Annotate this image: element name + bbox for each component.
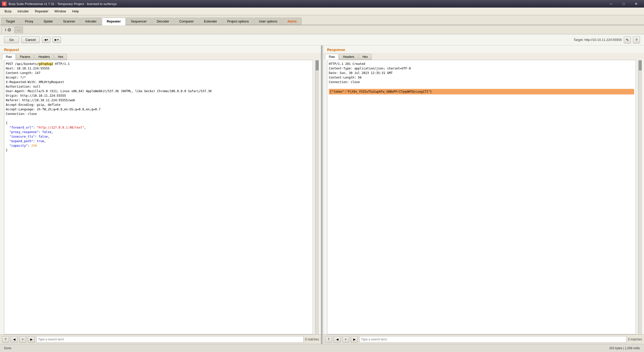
tab-proxy[interactable]: Proxy [20, 18, 38, 25]
response-search-next-button[interactable]: ▶ [351, 336, 358, 343]
request-scrollbar-thumb[interactable] [316, 60, 319, 70]
request-highlight: g4tqdug2 [39, 62, 53, 66]
sub-tab-more[interactable]: ... [15, 26, 23, 33]
response-search-matches: 0 matches [628, 338, 642, 341]
request-search-next-button[interactable]: ▶ [28, 336, 35, 343]
content-area: Request Raw Params Headers Hex POST /api… [0, 45, 644, 344]
request-search-prev-button[interactable]: ◀ [11, 336, 18, 343]
maximize-button[interactable]: □ [618, 0, 629, 8]
tab-spider[interactable]: Spider [39, 18, 58, 25]
window-controls[interactable]: ─ □ ✕ [605, 0, 642, 8]
main-tabs: Target Proxy Spider Scanner Intruder Rep… [0, 15, 644, 25]
edit-icon: ✎ [626, 38, 629, 42]
prev-arrow-icon: ◀ [44, 38, 46, 41]
window-title: Burp Suite Professional v1.7.31 - Tempor… [9, 2, 117, 6]
request-search-add-button[interactable]: + [19, 336, 26, 343]
request-tab-raw[interactable]: Raw [2, 54, 16, 60]
sub-tab-1[interactable]: 1 ✕ [2, 26, 14, 33]
json-key-forward: "forward_url" [9, 126, 33, 129]
prev-dropdown-icon: ▾ [47, 38, 48, 41]
menu-repeater[interactable]: Repeater [32, 8, 51, 14]
response-search-input[interactable] [359, 336, 627, 343]
target-label: Target: http://10.10.11.224:55555 [573, 38, 622, 42]
close-button[interactable]: ✕ [630, 0, 642, 8]
json-val-tls: false [39, 135, 48, 138]
tab-intruder[interactable]: Intruder [80, 18, 101, 25]
request-panel: Request Raw Params Headers Hex POST /api… [0, 45, 321, 344]
response-body: HTTP/1.1 201 Created Content-Type: appli… [329, 62, 634, 94]
response-token-highlight: {"token":"PjX9v_Y5ZSuTSuCwpkFw_G8BoPFrI7… [329, 89, 634, 94]
next-nav-button[interactable]: ▶ ▾ [52, 37, 61, 43]
tab-decoder[interactable]: Decoder [152, 18, 174, 25]
next-dropdown-icon: ▾ [57, 38, 59, 41]
response-search-add-button[interactable]: + [342, 336, 349, 343]
response-content[interactable]: HTTP/1.1 201 Created Content-Type: appli… [327, 60, 636, 334]
request-search-bar: ? ◀ + ▶ 0 matches [0, 334, 321, 344]
json-key-proxy: "proxy_response" [9, 130, 39, 134]
request-content-wrapper: POST /api/baskets/g4tqdug2 HTTP/1.1 Host… [2, 60, 319, 334]
request-tabs: Raw Params Headers Hex [0, 53, 321, 60]
request-tab-headers[interactable]: Headers [35, 54, 53, 60]
request-title: Request [0, 45, 321, 53]
status-left: Done [4, 346, 11, 350]
app-icon: S [2, 2, 7, 6]
response-scrollbar-thumb[interactable] [639, 60, 642, 70]
go-button[interactable]: Go [4, 36, 19, 43]
tab-scanner[interactable]: Scanner [58, 18, 80, 25]
request-search-matches: 0 matches [305, 338, 319, 341]
tab-extender[interactable]: Extender [199, 18, 222, 25]
minimize-button[interactable]: ─ [605, 0, 617, 8]
response-tab-headers[interactable]: Headers [339, 54, 358, 60]
response-search-help-button[interactable]: ? [325, 336, 332, 343]
menu-help[interactable]: Help [70, 8, 81, 14]
json-key-expand: "expand_path" [9, 139, 33, 143]
menu-intruder[interactable]: Intruder [15, 8, 31, 14]
json-val-proxy: false [42, 130, 51, 134]
response-tab-raw[interactable]: Raw [325, 54, 339, 60]
json-key-capacity: "capacity" [9, 144, 27, 147]
request-tab-hex[interactable]: Hex [54, 54, 67, 60]
title-bar: S Burp Suite Professional v1.7.31 - Temp… [0, 0, 644, 8]
response-panel: Response Raw Headers Hex HTTP/1.1 201 Cr… [323, 45, 644, 344]
request-search-help-button[interactable]: ? [2, 336, 9, 343]
tab-user-options[interactable]: User options [254, 18, 282, 25]
tab-target[interactable]: Target [1, 18, 20, 25]
response-tabs: Raw Headers Hex [323, 53, 644, 60]
response-search-bar: ? ◀ + ▶ 0 matches [323, 334, 644, 344]
sub-tabs: 1 ✕ ... [0, 25, 644, 34]
response-scrollbar[interactable] [638, 60, 642, 334]
request-search-input[interactable] [36, 336, 304, 343]
target-edit-button[interactable]: ✎ [624, 36, 631, 43]
target-help-button[interactable]: ? [633, 36, 640, 43]
request-scrollbar[interactable] [315, 60, 319, 334]
menu-window[interactable]: Window [52, 8, 69, 14]
response-search-prev-button[interactable]: ◀ [334, 336, 341, 343]
help-icon: ? [635, 38, 637, 42]
json-val-expand: true [37, 139, 44, 143]
status-bar: Done 203 bytes | 1,058 millis [0, 344, 644, 352]
request-content[interactable]: POST /api/baskets/g4tqdug2 HTTP/1.1 Host… [4, 60, 313, 334]
toolbar: Go Cancel ◀ ▾ ▶ ▾ Target: http://10.10.1… [0, 34, 644, 45]
request-tab-params[interactable]: Params [16, 54, 34, 60]
tab-repeater[interactable]: Repeater [102, 18, 126, 25]
menu-burp[interactable]: Burp [2, 8, 14, 14]
sub-tab-close-1[interactable]: ✕ [8, 28, 11, 32]
menu-bar: Burp Intruder Repeater Window Help [0, 8, 644, 15]
cancel-button[interactable]: Cancel [21, 36, 40, 43]
response-content-wrapper: HTTP/1.1 201 Created Content-Type: appli… [325, 60, 642, 334]
json-val-capacity: 250 [31, 144, 37, 147]
status-right: 203 bytes | 1,058 millis [609, 346, 640, 350]
json-val-forward: "http://127.0.0.1:80/test" [37, 126, 84, 129]
tab-alerts[interactable]: Alerts [283, 18, 302, 25]
tab-comparer[interactable]: Comparer [174, 18, 199, 25]
title-bar-left: S Burp Suite Professional v1.7.31 - Temp… [2, 2, 117, 6]
tab-sequencer[interactable]: Sequencer [126, 18, 152, 25]
request-body: POST /api/baskets/g4tqdug2 HTTP/1.1 Host… [6, 62, 311, 153]
response-title: Response [323, 45, 644, 53]
tab-project-options[interactable]: Project options [222, 18, 254, 25]
json-key-tls: "insecure_tls" [9, 135, 35, 138]
response-tab-hex[interactable]: Hex [359, 54, 371, 60]
request-line1: POST /api/baskets/g4tqdug2 HTTP/1.1 Host… [6, 62, 212, 152]
prev-nav-button[interactable]: ◀ ▾ [42, 37, 50, 43]
next-arrow-icon: ▶ [55, 38, 57, 41]
